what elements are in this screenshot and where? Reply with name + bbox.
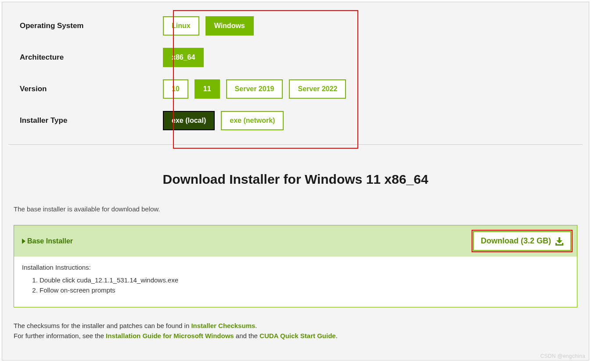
download-button-label: Download (3.2 GB) — [481, 236, 551, 246]
link-installer-checksums[interactable]: Installer Checksums — [191, 322, 255, 329]
base-installer-label: Base Installer — [27, 237, 73, 245]
footnote-text: The checksums for the installer and patc… — [14, 322, 191, 329]
row-operating-system: Operating System Linux Windows — [14, 15, 577, 36]
label-architecture: Architecture — [14, 53, 163, 62]
option-version-server-2019[interactable]: Server 2019 — [226, 79, 283, 99]
label-operating-system: Operating System — [14, 21, 163, 30]
instructions-title: Installation Instructions: — [22, 264, 569, 271]
base-installer-header-left: Base Installer — [22, 237, 73, 245]
chevron-right-icon — [22, 239, 25, 244]
option-version-server-2022[interactable]: Server 2022 — [289, 79, 346, 99]
label-version: Version — [14, 85, 163, 93]
label-installer-type: Installer Type — [14, 116, 163, 125]
footnote-text: . — [255, 322, 257, 329]
option-version-11[interactable]: 11 — [195, 79, 220, 99]
options-installer-type: exe (local) exe (network) — [163, 111, 284, 130]
row-architecture: Architecture x86_64 — [14, 47, 577, 68]
download-button[interactable]: Download (3.2 GB) — [473, 231, 571, 251]
option-windows[interactable]: Windows — [205, 16, 254, 36]
download-selector-panel: Operating System Linux Windows Architect… — [2, 2, 589, 360]
options-operating-system: Linux Windows — [163, 16, 254, 36]
instruction-step: Double click cuda_12.1.1_531.14_windows.… — [40, 276, 569, 284]
base-installer-header[interactable]: Base Installer Download (3.2 GB) — [14, 225, 577, 257]
option-version-10[interactable]: 10 — [163, 79, 188, 99]
options-architecture: x86_64 — [163, 48, 204, 67]
base-installer-panel: Base Installer Download (3.2 GB) Install… — [14, 225, 577, 307]
option-linux[interactable]: Linux — [163, 16, 199, 36]
divider — [8, 144, 583, 145]
watermark: CSDN @engchina — [541, 353, 585, 359]
row-installer-type: Installer Type exe (local) exe (network) — [14, 110, 577, 131]
link-install-guide-windows[interactable]: Installation Guide for Microsoft Windows — [106, 332, 234, 339]
option-exe-network[interactable]: exe (network) — [221, 111, 284, 130]
footnotes: The checksums for the installer and patc… — [14, 321, 577, 341]
footnote-text: For further information, see the — [14, 332, 106, 339]
link-cuda-quick-start[interactable]: CUDA Quick Start Guide — [259, 332, 336, 339]
footnote-text: . — [336, 332, 338, 339]
options-version: 10 11 Server 2019 Server 2022 — [163, 79, 346, 99]
selector-rows: Operating System Linux Windows Architect… — [14, 15, 577, 131]
download-icon — [555, 237, 563, 245]
instruction-step: Follow on-screen prompts — [40, 286, 569, 294]
download-button-wrap: Download (3.2 GB) — [472, 230, 573, 252]
footnote-checksums: The checksums for the installer and patc… — [14, 321, 577, 331]
option-x86-64[interactable]: x86_64 — [163, 48, 204, 67]
option-exe-local[interactable]: exe (local) — [163, 111, 215, 130]
row-version: Version 10 11 Server 2019 Server 2022 — [14, 79, 577, 100]
footnote-further: For further information, see the Install… — [14, 331, 577, 341]
base-installer-body: Installation Instructions: Double click … — [14, 257, 577, 307]
instructions-list: Double click cuda_12.1.1_531.14_windows.… — [22, 276, 569, 294]
download-title: Download Installer for Windows 11 x86_64 — [14, 172, 577, 187]
available-text: The base installer is available for down… — [14, 205, 577, 213]
footnote-text: and the — [234, 332, 259, 339]
